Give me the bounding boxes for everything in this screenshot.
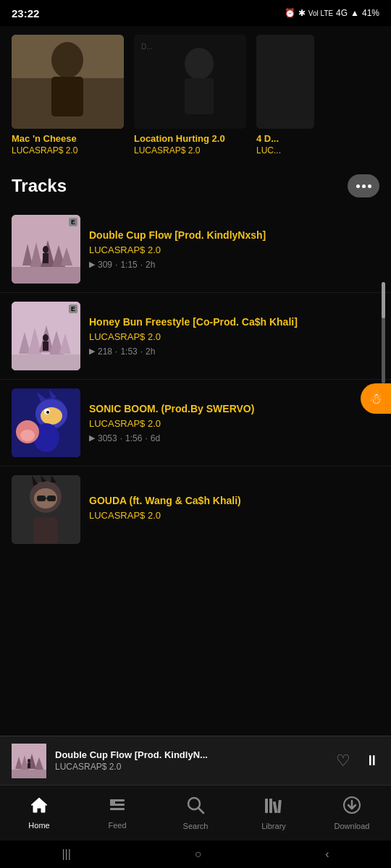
explicit-badge: E bbox=[69, 305, 77, 313]
svg-rect-60 bbox=[110, 799, 115, 804]
nav-item-home[interactable]: Home bbox=[14, 796, 64, 830]
track-info-2: Honey Bun Freestyle [Co-Prod. Ca$h Khali… bbox=[89, 315, 379, 356]
svg-point-32 bbox=[41, 407, 62, 425]
track-name-1: Double Cup Flow [Prod. KindlyNxsh] bbox=[89, 229, 379, 242]
track-plays-1: 309 bbox=[98, 260, 112, 270]
svg-rect-66 bbox=[277, 800, 282, 813]
scrollbar[interactable] bbox=[382, 282, 385, 383]
play-icon: ▶ bbox=[89, 433, 95, 443]
album-item[interactable]: D... Location Hurting 2.0 LUCASRAP$ 2.0 bbox=[134, 35, 246, 156]
track-meta-1: ▶ 309 · 1:15 · 2h bbox=[89, 260, 379, 270]
gesture-menu[interactable]: ||| bbox=[62, 848, 70, 861]
svg-rect-44 bbox=[37, 495, 46, 501]
svg-rect-65 bbox=[273, 801, 278, 813]
track-album-4: LUCASRAP$ 2.0 bbox=[89, 510, 379, 521]
album-item[interactable]: 4 D... LUC... bbox=[256, 35, 318, 156]
track-plays-2: 218 bbox=[98, 346, 112, 357]
track-meta-3: ▶ 3053 · 1:56 · 6d bbox=[89, 433, 379, 443]
track-plays-3: 3053 bbox=[98, 433, 117, 443]
track-sep1: · bbox=[115, 260, 117, 270]
home-icon bbox=[30, 796, 49, 818]
signal-icon: 4G bbox=[336, 8, 348, 18]
album-artist-2: LUCASRAP$ 2.0 bbox=[134, 145, 246, 156]
more-dot bbox=[362, 184, 366, 188]
download-icon bbox=[342, 796, 361, 819]
gesture-home[interactable]: ○ bbox=[195, 848, 202, 861]
more-options-button[interactable] bbox=[348, 174, 379, 197]
bluetooth-status-icon: ✱ bbox=[298, 8, 306, 18]
svg-rect-53 bbox=[12, 770, 46, 778]
track-sep1: · bbox=[115, 346, 117, 357]
tracks-header: Tracks bbox=[0, 161, 391, 206]
track-sep2: · bbox=[140, 346, 143, 357]
track-item[interactable]: GOUDA (ft. Wang & Ca$h Khali) LUCASRAP$ … bbox=[0, 467, 391, 553]
track-info-3: SONIC BOOM. (Prod.By SWERVO) LUCASRAP$ 2… bbox=[89, 402, 379, 443]
album-title-1: Mac 'n Cheese bbox=[12, 133, 124, 144]
nav-item-feed[interactable]: Feed bbox=[92, 796, 143, 830]
track-age-3: 6d bbox=[151, 433, 160, 443]
nav-label-library: Library bbox=[261, 822, 286, 830]
play-icon: ▶ bbox=[89, 346, 95, 356]
svg-point-16 bbox=[43, 246, 49, 253]
library-icon bbox=[264, 796, 284, 819]
track-name-2: Honey Bun Freestyle [Co-Prod. Ca$h Khali… bbox=[89, 315, 379, 328]
track-sep1: · bbox=[120, 433, 122, 443]
nav-item-library[interactable]: Library bbox=[248, 796, 299, 830]
track-name-3: SONIC BOOM. (Prod.By SWERVO) bbox=[89, 402, 379, 415]
nav-label-download: Download bbox=[335, 822, 370, 830]
track-age-2: 2h bbox=[146, 346, 155, 357]
track-thumb-2: E bbox=[12, 302, 80, 370]
more-dot bbox=[356, 184, 360, 188]
now-playing-title: Double Cup Flow [Prod. KindlyN... bbox=[55, 749, 327, 760]
gesture-bar: ||| ○ ‹ bbox=[0, 841, 391, 868]
status-bar: 23:22 ⏰ ✱ Vol LTE 4G ▲ 41% bbox=[0, 0, 391, 26]
bluetooth-icon: ☃ bbox=[369, 390, 382, 407]
album-item[interactable]: Mac 'n Cheese LUCASRAP$ 2.0 bbox=[12, 35, 124, 156]
gesture-back[interactable]: ‹ bbox=[325, 848, 329, 861]
svg-point-25 bbox=[43, 334, 49, 341]
track-album-1: LUCASRAP$ 2.0 bbox=[89, 244, 379, 255]
more-dot bbox=[368, 184, 371, 188]
track-thumb-3 bbox=[12, 388, 80, 457]
svg-rect-26 bbox=[43, 341, 49, 351]
vol-lte-icon: Vol LTE bbox=[308, 9, 333, 17]
track-info-4: GOUDA (ft. Wang & Ca$h Khali) LUCASRAP$ … bbox=[89, 494, 379, 524]
track-info-1: Double Cup Flow [Prod. KindlyNxsh] LUCAS… bbox=[89, 229, 379, 269]
now-playing-bar[interactable]: Double Cup Flow [Prod. KindlyN... LUCASR… bbox=[0, 736, 391, 785]
nav-item-search[interactable]: Search bbox=[170, 796, 221, 830]
now-playing-thumb bbox=[12, 744, 46, 778]
track-thumb-1: E bbox=[12, 215, 80, 284]
svg-point-5 bbox=[185, 48, 214, 80]
svg-rect-47 bbox=[33, 517, 58, 544]
svg-text:D...: D... bbox=[141, 43, 153, 51]
now-playing-controls: ♡ ⏸ bbox=[336, 752, 379, 770]
track-item[interactable]: SONIC BOOM. (Prod.By SWERVO) LUCASRAP$ 2… bbox=[0, 380, 391, 467]
svg-rect-64 bbox=[269, 799, 272, 813]
alarm-icon: ⏰ bbox=[285, 8, 295, 18]
svg-marker-56 bbox=[31, 798, 47, 812]
feed-icon bbox=[109, 796, 126, 818]
album-title-3: 4 D... bbox=[256, 133, 318, 144]
album-thumb-2: D... bbox=[134, 35, 246, 129]
now-playing-info: Double Cup Flow [Prod. KindlyN... LUCASR… bbox=[55, 749, 327, 772]
svg-rect-63 bbox=[265, 799, 268, 813]
track-name-4: GOUDA (ft. Wang & Ca$h Khali) bbox=[89, 494, 379, 507]
svg-rect-8 bbox=[256, 35, 314, 129]
nav-item-download[interactable]: Download bbox=[327, 796, 377, 830]
nav-label-feed: Feed bbox=[108, 821, 126, 830]
tracks-section-title: Tracks bbox=[12, 176, 67, 196]
track-item[interactable]: E Double Cup Flow [Prod. KindlyNxsh] LUC… bbox=[0, 206, 391, 293]
nav-label-search: Search bbox=[183, 822, 209, 830]
bluetooth-button[interactable]: ☃ bbox=[361, 383, 391, 414]
svg-point-54 bbox=[28, 759, 30, 763]
svg-rect-55 bbox=[28, 763, 30, 768]
track-album-2: LUCASRAP$ 2.0 bbox=[89, 331, 379, 342]
track-item[interactable]: E Honey Bun Freestyle [Co-Prod. Ca$h Kha… bbox=[0, 293, 391, 380]
svg-rect-24 bbox=[12, 354, 80, 370]
track-meta-2: ▶ 218 · 1:53 · 2h bbox=[89, 346, 379, 357]
like-button[interactable]: ♡ bbox=[336, 752, 350, 770]
svg-rect-6 bbox=[185, 78, 214, 114]
track-thumb-4 bbox=[12, 475, 80, 544]
pause-button[interactable]: ⏸ bbox=[365, 752, 379, 769]
scrollbar-thumb bbox=[382, 282, 385, 318]
